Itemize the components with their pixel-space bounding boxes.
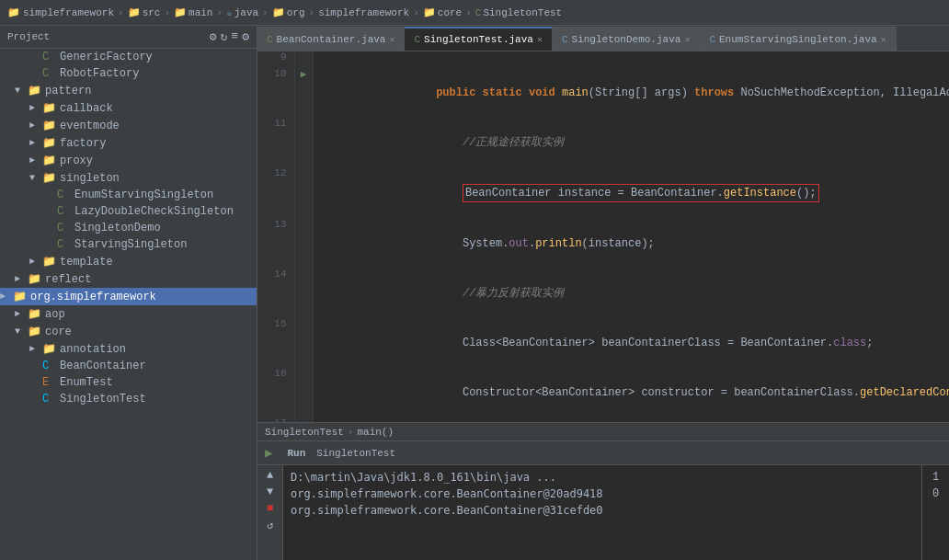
class-icon: C xyxy=(57,238,72,251)
folder-icon: 📁 xyxy=(28,272,42,286)
code-line-13: 13 System.out.println(instance); xyxy=(257,219,949,269)
folder-icon: 📁 xyxy=(28,84,42,97)
sidebar-item-annotation[interactable]: ► 📁 annotation xyxy=(0,340,257,358)
folder-icon: 📁 xyxy=(28,325,42,338)
tab-icon-singletondemo: C xyxy=(562,34,568,45)
folder-icon: 📁 xyxy=(13,290,28,303)
sidebar-item-callback[interactable]: ► 📁 callback xyxy=(0,99,257,117)
sidebar-item-core[interactable]: ▼ 📁 core xyxy=(0,323,257,340)
code-line-9: 9 xyxy=(257,51,949,68)
breadcrumb-sep: › xyxy=(118,7,124,18)
code-table: 9 10 ▶ public static void main(String[] … xyxy=(257,51,949,422)
sidebar-item-robotfactory[interactable]: C RobotFactory xyxy=(0,65,257,82)
folder-icon: 📁 xyxy=(42,136,57,150)
code-editor[interactable]: 9 10 ▶ public static void main(String[] … xyxy=(257,51,949,422)
sidebar-item-enumstarving[interactable]: C EnumStarvingSingleton xyxy=(0,187,257,203)
class-icon: C xyxy=(57,205,72,218)
top-breadcrumb-bar: 📁 simpleframework › 📁 src › 📁 main › ☕ j… xyxy=(0,0,949,26)
tab-close-singletontest[interactable]: ✕ xyxy=(537,34,543,45)
code-line-16: 16 Constructor<BeanContainer> constructo… xyxy=(257,368,949,417)
run-panel: ▶ Run SingletonTest ▲ ▼ ■ ↺ D:\martin\Ja… xyxy=(257,440,949,560)
tab-close-enumstarving[interactable]: ✕ xyxy=(881,34,886,45)
breadcrumb-core[interactable]: 📁 core xyxy=(423,6,462,18)
run-gutter-icon[interactable]: ▶ xyxy=(301,69,307,80)
sidebar-item-eventmode[interactable]: ► 📁 eventmode xyxy=(0,117,257,134)
run-up-icon[interactable]: ▲ xyxy=(267,469,273,482)
tab-icon-enumstarving: C xyxy=(709,34,715,45)
sidebar-header: Project ⚙ ↻ ≡ ⚙ xyxy=(0,26,257,49)
run-reload-icon[interactable]: ↺ xyxy=(267,519,273,532)
breadcrumb-sf[interactable]: simpleframework xyxy=(318,7,409,18)
class-icon: E xyxy=(42,376,57,389)
tab-beancontainer[interactable]: C BeanContainer.java ✕ xyxy=(257,27,405,51)
run-tab-bar: ▶ Run SingletonTest xyxy=(257,441,949,465)
sidebar-item-genericfactory[interactable]: C GenericFactory xyxy=(0,49,257,65)
sidebar-sync-icon[interactable]: ↻ xyxy=(221,29,228,44)
run-test-label: SingletonTest xyxy=(316,448,395,459)
breadcrumb-java[interactable]: ☕ java xyxy=(226,6,258,18)
sidebar-tree: C GenericFactory C RobotFactory ▼ 📁 patt… xyxy=(0,49,257,560)
tab-enumstarving[interactable]: C EnumStarvingSingleton.java ✕ xyxy=(700,27,896,51)
folder-icon: 📁 xyxy=(42,119,57,132)
tab-close-beancontainer[interactable]: ✕ xyxy=(389,34,394,45)
sidebar-item-starvingsingleton[interactable]: C StarvingSingleton xyxy=(0,236,257,253)
sidebar: Project ⚙ ↻ ≡ ⚙ C GenericFactory C Robot xyxy=(0,26,257,560)
class-icon: C xyxy=(42,51,57,63)
class-icon: C xyxy=(42,360,57,372)
code-line-11: 11 //正规途径获取实例 xyxy=(257,118,949,167)
tab-icon-singletontest: C xyxy=(414,34,420,45)
breadcrumb-main[interactable]: 📁 main xyxy=(174,6,212,18)
run-console-line-1: D:\martin\Java\jdk1.8.0_161\bin\java ... xyxy=(291,469,914,486)
breadcrumb-org[interactable]: 📁 org xyxy=(272,6,305,18)
run-console-line-2: org.simpleframework.core.BeanContainer@2… xyxy=(291,486,914,502)
tab-singletontest[interactable]: C SingletonTest.java ✕ xyxy=(405,27,552,51)
code-line-17: 17 constructor.setAccessible(true); xyxy=(257,417,949,422)
code-breadcrumb: SingletonTest › main() xyxy=(257,422,949,440)
run-tab-label[interactable]: Run xyxy=(287,448,305,459)
tab-icon-beancontainer: C xyxy=(267,34,273,45)
folder-icon: 📁 xyxy=(42,171,57,185)
breadcrumb-class-label: SingletonTest xyxy=(265,427,344,438)
class-icon: C xyxy=(57,222,72,234)
class-icon: C xyxy=(57,189,72,201)
class-icon: C xyxy=(42,393,57,406)
sidebar-header-icons: ⚙ ↻ ≡ ⚙ xyxy=(210,29,249,44)
sidebar-item-pattern[interactable]: ▼ 📁 pattern xyxy=(0,82,257,99)
sidebar-item-proxy[interactable]: ► 📁 proxy xyxy=(0,152,257,169)
breadcrumb-method-label: main() xyxy=(357,427,394,438)
sidebar-collapse-icon[interactable]: ≡ xyxy=(231,29,238,44)
tab-singletondemo[interactable]: C SingletonDemo.java ✕ xyxy=(553,27,700,51)
breadcrumb-src[interactable]: 📁 src xyxy=(128,6,161,18)
code-panel: C BeanContainer.java ✕ C SingletonTest.j… xyxy=(257,26,949,560)
sidebar-settings-icon[interactable]: ⚙ xyxy=(210,29,217,44)
sidebar-item-enumtest[interactable]: E EnumTest xyxy=(0,374,257,391)
sidebar-item-template[interactable]: ► 📁 template xyxy=(0,253,257,270)
sidebar-item-singletontest[interactable]: C SingletonTest xyxy=(0,391,257,407)
sidebar-item-orgsimpleframework[interactable]: ► 📁 org.simpleframework xyxy=(0,288,257,305)
run-stop-icon[interactable]: ■ xyxy=(267,502,273,515)
run-down-icon[interactable]: ▼ xyxy=(267,486,273,498)
sidebar-item-aop[interactable]: ► 📁 aop xyxy=(0,305,257,323)
code-line-15: 15 Class<BeanContainer> beanContainerCla… xyxy=(257,318,949,368)
sidebar-item-lazydoublecheck[interactable]: C LazyDoubleCheckSingleton xyxy=(0,203,257,220)
sidebar-gear-icon[interactable]: ⚙ xyxy=(242,29,249,44)
run-output: ▲ ▼ ■ ↺ D:\martin\Java\jdk1.8.0_161\bin\… xyxy=(257,465,949,560)
run-number-1: 1 xyxy=(932,469,939,486)
code-line-14: 14 //暴力反射获取实例 xyxy=(257,269,949,318)
sidebar-item-factory[interactable]: ► 📁 factory xyxy=(0,134,257,152)
run-play-icon[interactable]: ▶ xyxy=(265,445,272,461)
main-layout: Project ⚙ ↻ ≡ ⚙ C GenericFactory C Robot xyxy=(0,26,949,560)
code-line-12: 12 BeanContainer instance = BeanContaine… xyxy=(257,167,949,219)
folder-icon: 📁 xyxy=(28,307,42,321)
sidebar-item-reflect[interactable]: ► 📁 reflect xyxy=(0,270,257,288)
sidebar-item-singleton[interactable]: ▼ 📁 singleton xyxy=(0,169,257,187)
sidebar-item-beancontainer[interactable]: C BeanContainer xyxy=(0,358,257,374)
sidebar-item-singletondemo[interactable]: C SingletonDemo xyxy=(0,220,257,236)
tab-close-singletondemo[interactable]: ✕ xyxy=(684,34,690,45)
code-line-10: 10 ▶ public static void main(String[] ar… xyxy=(257,68,949,118)
breadcrumb-simpleframework[interactable]: 📁 simpleframework xyxy=(7,6,114,18)
breadcrumb-class[interactable]: C SingletonTest xyxy=(475,7,562,18)
run-number-2: 0 xyxy=(932,486,939,502)
sidebar-title: Project xyxy=(7,31,50,42)
run-line-numbers: 1 0 xyxy=(921,465,949,560)
